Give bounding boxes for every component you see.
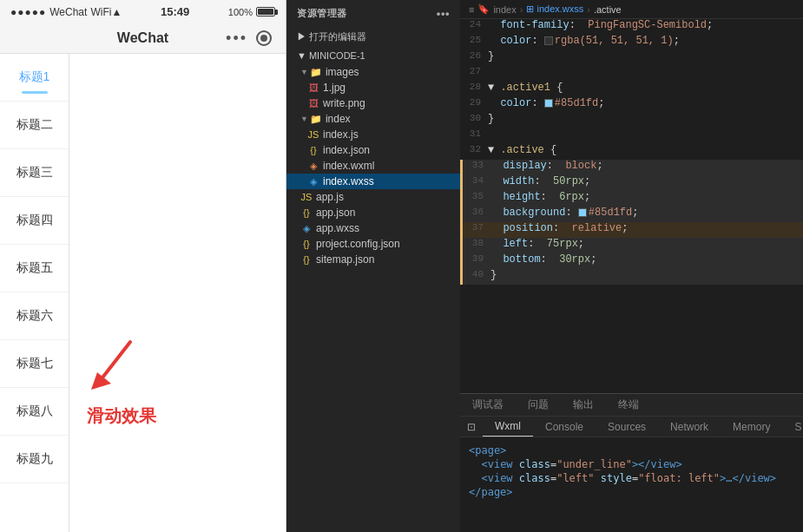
line-content: width: 50rpx; (490, 175, 800, 187)
line-number: 34 (466, 175, 490, 186)
xml-line-2: <view class="under_line"></view> (469, 458, 794, 470)
file-label-sitemap: sitemap.json (316, 253, 374, 266)
battery-icon (256, 7, 275, 16)
bottom-tab-debugger[interactable]: 调试器 (460, 394, 516, 416)
file-explorer: 资源管理器 ••• ▶ 打开的编辑器 ▼ MINICODE-1 ▼ 📁 imag… (286, 0, 460, 532)
code-line-28: 28 ▼ .active1 { (460, 82, 803, 97)
phone-content: 标题1 标题二 标题三 标题四 标题五 标题六 标题七 标题八 (0, 54, 286, 532)
bottom-tab-issues[interactable]: 问题 (516, 394, 561, 416)
line-number: 35 (466, 191, 490, 201)
file-label-writepng: write.png (323, 97, 365, 109)
project-section[interactable]: ▼ MINICODE-1 (286, 47, 460, 64)
wxss-icon-app: ◈ (300, 223, 313, 234)
nav-item-4[interactable]: 标题四 (0, 197, 69, 245)
svg-marker-1 (91, 372, 111, 390)
tree-indexjs[interactable]: JS index.js (286, 127, 460, 142)
line-content: left: 75rpx; (490, 238, 800, 250)
tree-indexjson[interactable]: {} index.json (286, 142, 460, 158)
nav-item-8[interactable]: 标题八 (0, 388, 69, 436)
json-icon: {} (307, 145, 319, 155)
code-line-39: 39 bottom: 30rpx; (460, 253, 803, 269)
code-editor-panel: ≡ 🔖 index › ⊞ index.wxss › .active 24 fo… (460, 0, 803, 532)
line-content (488, 66, 800, 78)
open-editors-label: ▶ (297, 31, 309, 42)
red-arrow-icon (87, 333, 139, 394)
code-line-31: 31 (460, 128, 803, 144)
sub-tabs: ⊡ Wxml Console Sources Network Memory S (460, 417, 803, 437)
sub-tab-memory[interactable]: Memory (721, 417, 782, 437)
folder-icon-index: 📁 (310, 114, 322, 125)
status-bar: ●●●●● WeChat WiFi▲ 15:49 100% (0, 0, 286, 23)
line-number: 29 (464, 97, 488, 108)
tree-appwxss[interactable]: ◈ app.wxss (286, 220, 460, 236)
tree-appjs[interactable]: JS app.js (286, 189, 460, 205)
wxml-toolbar-icon[interactable]: ⊡ (467, 421, 476, 433)
arrow-annotation: 滑动效果 (87, 333, 156, 428)
folder-icon: 📁 (310, 67, 322, 78)
tree-indexwxss[interactable]: ◈ index.wxss (286, 174, 460, 189)
battery-percent: 100% (228, 7, 253, 17)
tree-indexwxml[interactable]: ◈ index.wxml (286, 158, 460, 174)
nav-item-2[interactable]: 标题二 (0, 102, 69, 149)
file-label-appjs: app.js (316, 191, 344, 203)
line-number: 28 (464, 82, 488, 92)
line-content: font-family: PingFangSC-Semibold; (488, 19, 800, 31)
tree-projectconfig[interactable]: {} project.config.json (286, 236, 460, 252)
phone-main-area: 滑动效果 (69, 54, 286, 532)
tree-writepng[interactable]: 🖼 write.png (286, 95, 460, 111)
explorer-header: 资源管理器 ••• (286, 0, 460, 27)
sub-tab-console[interactable]: Console (533, 417, 596, 437)
wxss-icon-selected: ◈ (307, 176, 319, 187)
sub-tab-network[interactable]: Network (658, 417, 721, 437)
nav-item-7[interactable]: 标题七 (0, 340, 69, 388)
tree-1jpg[interactable]: 🖼 1.jpg (286, 80, 460, 95)
nav-item-5[interactable]: 标题五 (0, 245, 69, 292)
folder-arrow: ▼ (300, 68, 308, 76)
tree-appjson[interactable]: {} app.json (286, 205, 460, 220)
code-editor[interactable]: 24 font-family: PingFangSC-Semibold; 25 … (460, 19, 803, 393)
time-display: 15:49 (161, 5, 189, 18)
phone-mockup: ●●●●● WeChat WiFi▲ 15:49 100% WeChat •••… (0, 0, 286, 532)
xml-line-1: <page> (469, 444, 794, 456)
sub-tab-wxml[interactable]: Wxml (483, 417, 533, 437)
code-line-34: 34 width: 50rpx; (460, 175, 803, 191)
json-icon-app: {} (300, 207, 313, 218)
line-content: } (488, 113, 800, 125)
code-line-40: 40 } (460, 269, 803, 285)
tree-images-folder[interactable]: ▼ 📁 images (286, 64, 460, 80)
js-icon-app: JS (300, 192, 313, 202)
wechat-title: WeChat (117, 30, 168, 46)
sub-tab-sources[interactable]: Sources (596, 417, 658, 437)
nav-item-6[interactable]: 标题六 (0, 292, 69, 340)
bottom-panel: 调试器 问题 输出 终端 ⊡ Wxml Console Sources Netw… (460, 393, 803, 532)
breadcrumb-sep2: › (587, 4, 590, 15)
line-content: ▼ .active1 { (488, 82, 800, 94)
code-line-36: 36 background: #85d1fd; (460, 207, 803, 222)
code-line-24: 24 font-family: PingFangSC-Semibold; (460, 19, 803, 35)
line-number: 26 (464, 50, 488, 61)
xml-line-3: <view class="left" style="float: left">…… (469, 472, 794, 484)
bottom-tab-terminal[interactable]: 终端 (606, 394, 651, 416)
line-number: 30 (464, 113, 488, 123)
ellipsis-icon[interactable]: ••• (437, 7, 450, 20)
record-inner (260, 35, 267, 42)
tree-sitemap[interactable]: {} sitemap.json (286, 252, 460, 267)
sub-tab-s[interactable]: S (782, 417, 803, 437)
more-icon[interactable]: ••• (226, 30, 247, 48)
code-line-37: 37 position: relative; (460, 222, 803, 238)
tree-index-folder[interactable]: ▼ 📁 index (286, 111, 460, 127)
wifi-icon: WiFi▲ (90, 6, 122, 18)
annotation-label: 滑动效果 (87, 404, 156, 428)
nav-item-9[interactable]: 标题九 (0, 436, 69, 483)
open-editors-section[interactable]: ▶ 打开的编辑器 (286, 27, 460, 47)
nav-item-3[interactable]: 标题三 (0, 149, 69, 197)
line-content: color: rgba(51, 51, 51, 1); (488, 35, 800, 47)
bottom-tab-output[interactable]: 输出 (561, 394, 606, 416)
line-number: 24 (464, 19, 488, 30)
line-content (488, 128, 800, 141)
record-icon[interactable] (256, 30, 272, 46)
nav-item-1[interactable]: 标题1 (0, 54, 69, 102)
line-content: color: #85d1fd; (488, 97, 800, 109)
code-line-35: 35 height: 6rpx; (460, 191, 803, 207)
bookmark-icon: 🔖 (477, 3, 490, 15)
